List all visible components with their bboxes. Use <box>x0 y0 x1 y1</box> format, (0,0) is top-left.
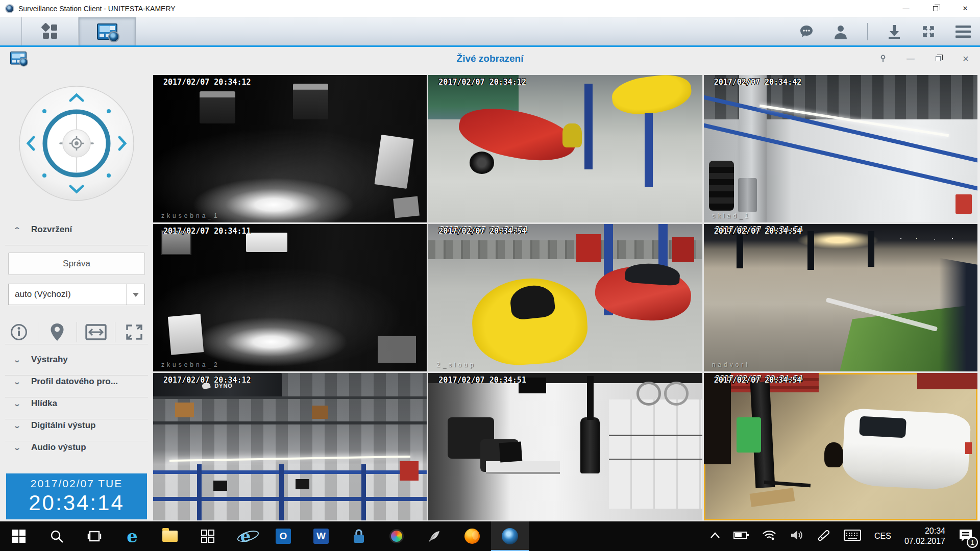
divider <box>5 245 148 245</box>
section-patrol[interactable]: ⌄ Hlídka <box>0 398 153 409</box>
fullscreen-icon[interactable] <box>921 24 936 39</box>
section-alerts[interactable]: ⌄ Výstrahy <box>0 355 153 365</box>
osd-timestamp: 2017/02/07 20:34:54 <box>438 227 526 236</box>
ptz-control[interactable] <box>17 84 136 205</box>
restore-icon <box>933 6 938 11</box>
firefox-button[interactable] <box>453 521 491 551</box>
tab-live-view[interactable] <box>79 17 136 45</box>
search-button[interactable] <box>38 521 76 551</box>
window-controls: — ✕ <box>891 0 980 17</box>
pen-app-button[interactable] <box>415 521 453 551</box>
system-tray: CES 20:34 07.02.2017 1 <box>710 521 980 551</box>
lock-app-button[interactable] <box>340 521 378 551</box>
file-explorer-button[interactable] <box>151 521 189 551</box>
camera-tile[interactable]: 2017/02/07 20:34:54 2017/02/07 20:34:54 … <box>428 224 702 371</box>
toolbar-separator <box>867 23 868 40</box>
camera-name: sklad_1 <box>712 212 751 219</box>
minimize-button[interactable]: — <box>891 0 921 17</box>
chevron-down-icon: ⌄ <box>13 356 21 364</box>
camera-name: zkusebna_2 <box>161 361 220 368</box>
camera-name: 2_sloup <box>436 361 476 368</box>
divider <box>5 397 148 397</box>
pin-icon[interactable] <box>876 52 890 66</box>
fit-width-icon[interactable] <box>77 324 115 340</box>
toolbar-right <box>799 17 971 45</box>
section-digital-output[interactable]: ⌄ Digitální výstup <box>0 420 153 431</box>
download-icon[interactable] <box>887 24 901 39</box>
location-pin-icon[interactable] <box>38 323 76 341</box>
action-center-button[interactable]: 1 <box>959 529 973 544</box>
chevron-down-icon: ⌄ <box>13 422 21 430</box>
start-button[interactable] <box>0 521 38 551</box>
outlook-button[interactable]: O <box>264 521 302 551</box>
camera-tile[interactable]: 2017/02/07 20:34:12 zkusebna_1 <box>153 75 427 222</box>
screen: Surveillance Station Client - UNITESTA-K… <box>0 0 980 551</box>
battery-icon[interactable] <box>733 531 749 542</box>
camera-tile-selected[interactable]: 2017/02/07 20:34:54 2017/02/07 20:34:54 <box>704 373 977 520</box>
lock-icon <box>352 529 365 544</box>
camera-tile[interactable]: 2017/02/07 20:34:42 sklad_1 <box>704 75 977 222</box>
chat-icon[interactable] <box>799 24 814 39</box>
chevron-down-icon: ⌄ <box>13 400 21 408</box>
edge-button[interactable]: e <box>113 521 151 551</box>
osd-timestamp: 2017/02/07 20:34:11 <box>163 227 251 236</box>
tray-chevron-up-icon[interactable] <box>710 532 720 541</box>
surveillance-app-button[interactable] <box>491 521 529 551</box>
section-layout[interactable]: ⌃ Rozvržení <box>0 224 153 235</box>
expand-fullscreen-icon[interactable] <box>115 324 153 340</box>
camera-name: zkusebna_1 <box>161 212 220 219</box>
pen-icon[interactable] <box>817 529 830 544</box>
layout-select[interactable]: auto (Výchozí) <box>8 284 145 305</box>
layout-select-value: auto (Výchozí) <box>9 289 126 299</box>
camera-tile[interactable]: 2017/02/07 20:34:54 2017/02/07 20:34:54 … <box>704 224 977 371</box>
word-button[interactable]: W <box>302 521 340 551</box>
manage-button[interactable]: Správa <box>8 253 145 275</box>
palette-icon <box>389 529 404 543</box>
sidebar: ⌃ Rozvržení Správa auto (Výchozí) <box>0 70 153 521</box>
store-button[interactable] <box>189 521 227 551</box>
close-button[interactable]: ✕ <box>950 0 980 17</box>
divider <box>5 375 148 375</box>
restore-button[interactable] <box>921 0 950 17</box>
task-view-button[interactable] <box>76 521 113 551</box>
taskbar: e e O W <box>0 521 980 551</box>
volume-icon[interactable] <box>790 529 804 543</box>
restore-view-icon[interactable] <box>931 52 945 66</box>
internet-explorer-button[interactable]: e <box>227 521 264 551</box>
paint-app-button[interactable] <box>378 521 415 551</box>
taskbar-clock[interactable]: 20:34 07.02.2017 <box>904 526 945 546</box>
taskbar-time: 20:34 <box>904 526 945 536</box>
info-icon[interactable] <box>0 323 38 341</box>
section-digital-output-label: Digitální výstup <box>31 420 96 431</box>
taskbar-apps: e e O W <box>0 521 529 551</box>
camera-tile[interactable]: 2017/02/07 20:34:11 zkusebna_2 <box>153 224 427 371</box>
osd-timestamp: 2017/02/07 20:34:12 <box>163 375 251 385</box>
sidebar-icon-row <box>0 320 153 344</box>
minimize-view-icon[interactable]: — <box>903 52 918 66</box>
osd-timestamp: 2017/02/07 20:34:51 <box>438 375 526 385</box>
keyboard-icon[interactable] <box>844 530 861 543</box>
close-view-icon[interactable]: ✕ <box>959 52 973 66</box>
section-audio-output[interactable]: ⌄ Audio výstup <box>0 442 153 453</box>
divider <box>5 463 148 463</box>
search-icon <box>50 529 64 543</box>
section-stream-profile[interactable]: ⌄ Profil datového pro... <box>0 377 153 387</box>
osd-timestamp: 2017/02/07 20:34:12 <box>438 78 526 87</box>
user-icon[interactable] <box>834 24 848 39</box>
osd-timestamp: 2017/02/07 20:34:12 <box>163 78 251 87</box>
store-icon <box>201 530 214 543</box>
camera-tile[interactable]: 2017/02/07 20:34:12 <box>428 75 702 222</box>
camera-tile[interactable]: 2017/02/07 20:34:51 <box>428 373 702 520</box>
clock-date: 2017/02/07 TUE <box>31 478 123 490</box>
section-audio-output-label: Audio výstup <box>31 442 86 453</box>
camera-tile[interactable]: DYNO 2017/02/07 20:34:12 <box>153 373 427 520</box>
main-menu-icon[interactable] <box>955 25 971 38</box>
feather-icon <box>428 530 441 543</box>
word-icon: W <box>313 529 329 544</box>
wifi-icon[interactable] <box>762 530 776 543</box>
section-layout-label: Rozvržení <box>31 224 72 235</box>
language-indicator[interactable]: CES <box>874 532 891 541</box>
window-title: Surveillance Station Client - UNITESTA-K… <box>18 5 176 13</box>
chevron-down-icon: ⌄ <box>13 444 21 452</box>
tab-application-list[interactable] <box>21 17 79 45</box>
